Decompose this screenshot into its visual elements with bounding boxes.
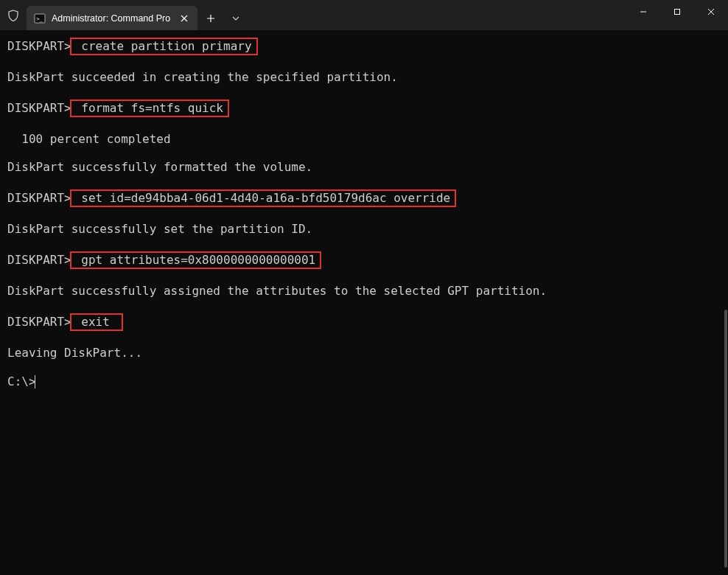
command-highlight: exit xyxy=(70,313,123,331)
new-tab-button[interactable] xyxy=(197,6,224,30)
command-highlight: create partition primary xyxy=(70,38,258,55)
prompt-text: DISKPART> xyxy=(7,253,71,267)
command-text: gpt attributes=0x8000000000000001 xyxy=(74,253,316,267)
terminal-output[interactable]: DISKPART> create partition primaryDiskPa… xyxy=(0,30,728,388)
terminal-line: DISKPART> exit xyxy=(7,313,728,331)
svg-text:>_: >_ xyxy=(37,16,43,22)
titlebar: >_ Administrator: Command Pro xyxy=(0,0,728,30)
scrollbar-thumb[interactable] xyxy=(724,310,727,568)
terminal-line: Leaving DiskPart... xyxy=(7,347,728,359)
terminal-line: C:\> xyxy=(7,375,728,388)
terminal-line: DiskPart successfully set the partition … xyxy=(7,223,728,235)
cursor xyxy=(35,375,36,388)
tab-dropdown-button[interactable] xyxy=(224,6,248,30)
terminal-line: DISKPART> gpt attributes=0x8000000000000… xyxy=(7,251,728,269)
command-highlight: gpt attributes=0x8000000000000001 xyxy=(70,251,322,269)
cmd-icon: >_ xyxy=(34,13,46,24)
prompt-text: DISKPART> xyxy=(7,191,71,205)
terminal-line: DISKPART> format fs=ntfs quick xyxy=(7,100,728,117)
command-highlight: set id=de94bba4-06d1-4d40-a16a-bfd50179d… xyxy=(70,189,457,207)
prompt-text: DISKPART> xyxy=(7,39,71,53)
terminal-line: DiskPart succeeded in creating the speci… xyxy=(7,72,728,83)
svg-rect-2 xyxy=(675,10,680,15)
prompt-text: DISKPART> xyxy=(7,315,71,329)
prompt-text: DISKPART> xyxy=(7,101,71,115)
command-highlight: format fs=ntfs quick xyxy=(70,100,229,117)
terminal-line: DISKPART> set id=de94bba4-06d1-4d40-a16a… xyxy=(7,189,728,207)
terminal-line: DiskPart successfully assigned the attri… xyxy=(7,285,728,297)
tab-command-prompt[interactable]: >_ Administrator: Command Pro xyxy=(27,6,197,30)
command-text: set id=de94bba4-06d1-4d40-a16a-bfd50179d… xyxy=(74,191,451,205)
window-controls xyxy=(626,0,728,30)
command-text: exit xyxy=(74,315,117,329)
terminal-line: 100 percent completed xyxy=(7,133,728,145)
shield-icon xyxy=(0,0,27,30)
command-text: create partition primary xyxy=(74,39,252,53)
close-window-button[interactable] xyxy=(694,0,728,24)
minimize-button[interactable] xyxy=(626,0,660,24)
tab-title: Administrator: Command Pro xyxy=(52,13,172,24)
terminal-line: DISKPART> create partition primary xyxy=(7,38,728,55)
maximize-button[interactable] xyxy=(660,0,694,24)
terminal-line: DiskPart successfully formatted the volu… xyxy=(7,161,728,173)
prompt-text: C:\> xyxy=(7,374,36,388)
command-text: format fs=ntfs quick xyxy=(74,101,223,115)
tab-close-button[interactable] xyxy=(178,13,190,24)
